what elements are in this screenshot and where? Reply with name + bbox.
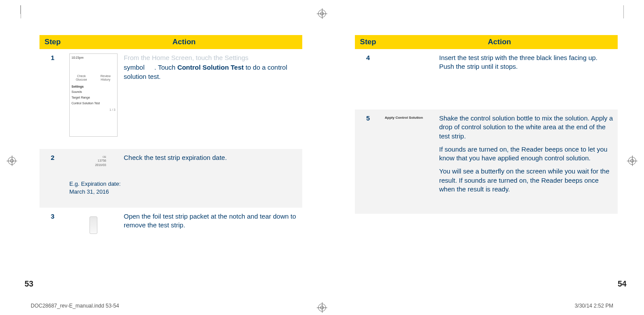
thumb-lot: 13758: [69, 159, 106, 163]
thumb-menu-item: Target Range: [72, 95, 115, 101]
step-number: 4: [355, 49, 381, 110]
registration-mark-top: [318, 10, 326, 18]
action-cell: Apply Control Solution Shake the control…: [381, 110, 618, 214]
thumb-exp: 2016/03: [69, 163, 106, 167]
step-number: 1: [39, 49, 66, 149]
foil-packet-thumbnail: [69, 212, 118, 238]
action-text: Insert the test strip with the three bla…: [439, 53, 614, 97]
thumb-menu: Settings Sounds Target Range Control Sol…: [72, 84, 115, 106]
strip-packet-thumbnail: CE 13758 2016/03: [69, 153, 118, 167]
action-text: Open the foil test strip packet at the n…: [124, 212, 299, 238]
col-header-step: Step: [39, 35, 66, 49]
thumb-menu-item: Control Solution Test: [72, 101, 115, 106]
thumb-time: 10:23pm: [72, 56, 115, 60]
table-header-row: Step Action: [355, 35, 618, 49]
faded-text-line: From the Home Screen, touch the Settings: [124, 53, 299, 62]
table-row: 3 Open the foil test strip packet at the…: [39, 208, 302, 251]
thumb-pager: 1 / 3: [72, 108, 115, 112]
col-header-step: Step: [355, 35, 381, 49]
action-text: Check the test strip expiration date.: [124, 153, 299, 167]
thumb-icon-review-history: Review History: [96, 74, 115, 81]
table-row: 5 Apply Control Solution Shake the contr…: [355, 110, 618, 214]
step-number: 5: [355, 110, 381, 214]
table-row: 4 Insert the test strip with the three b…: [355, 49, 618, 110]
page-left: Step Action 1 10:23pm Check Glucose Revi…: [39, 35, 302, 280]
registration-mark-left: [8, 157, 16, 165]
action-cell: Insert the test strip with the three bla…: [381, 49, 618, 110]
col-header-action: Action: [66, 35, 302, 49]
footer-timestamp: 3/30/14 2:52 PM: [575, 303, 613, 309]
thumb-menu-item: Sounds: [72, 89, 115, 95]
action-cell: Open the foil test strip packet at the n…: [66, 208, 302, 251]
expiration-example: E.g. Expiration date: March 31, 2016: [69, 180, 299, 195]
action-text: From the Home Screen, touch the Settings…: [124, 53, 299, 137]
crop-mark-top-left: [20, 5, 29, 14]
step-number: 2: [39, 149, 66, 208]
registration-mark-right: [628, 157, 636, 165]
thumb-ce: CE: [69, 155, 106, 159]
insert-strip-thumbnail: [385, 53, 433, 97]
steps-table-left: Step Action 1 10:23pm Check Glucose Revi…: [39, 35, 302, 251]
step-number: 3: [39, 208, 66, 251]
action-text: Shake the control solution bottle to mix…: [439, 114, 614, 202]
print-footer: DOC28687_rev-E_manual.indd 53-54 3/30/14…: [31, 303, 613, 309]
thumb-menu-item: Settings: [72, 84, 115, 90]
action-cell: CE 13758 2016/03 Check the test strip ex…: [66, 149, 302, 208]
screen-thumbnail-settings: 10:23pm Check Glucose Review History Set…: [69, 53, 118, 137]
table-row: 1 10:23pm Check Glucose Review History S…: [39, 49, 302, 149]
footer-filename: DOC28687_rev-E_manual.indd 53-54: [31, 303, 119, 309]
foil-packet-icon: [89, 216, 97, 234]
action-cell: 10:23pm Check Glucose Review History Set…: [66, 49, 302, 149]
table-row: 2 CE 13758 2016/03 Check the test strip …: [39, 149, 302, 208]
table-header-row: Step Action: [39, 35, 302, 49]
page-number-right: 54: [618, 280, 626, 289]
apply-solution-thumbnail: Apply Control Solution: [385, 114, 433, 202]
col-header-action: Action: [381, 35, 618, 49]
thumb-icon-check-glucose: Check Glucose: [72, 74, 91, 81]
page-right: Step Action 4 Insert the test strip with…: [355, 35, 618, 280]
crop-mark-top-right: [615, 5, 624, 14]
page-number-left: 53: [25, 280, 33, 289]
steps-table-right: Step Action 4 Insert the test strip with…: [355, 35, 618, 214]
page-spread: Step Action 1 10:23pm Check Glucose Revi…: [39, 35, 618, 280]
